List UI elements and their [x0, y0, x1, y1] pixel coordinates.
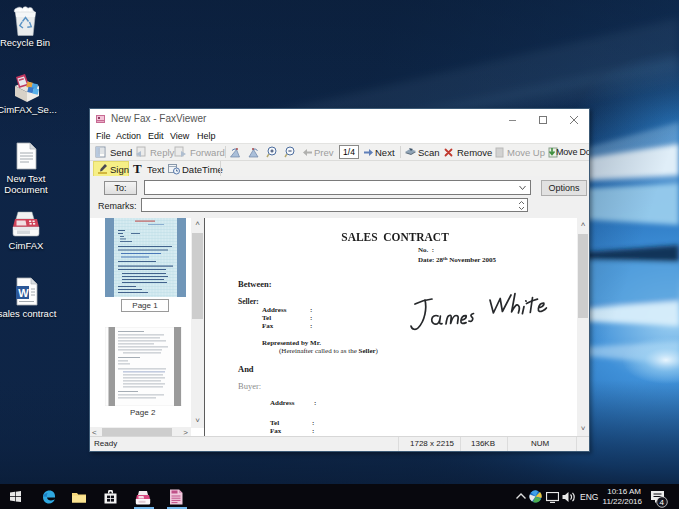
svg-text:4: 4: [659, 498, 664, 507]
svg-text:W: W: [18, 287, 29, 299]
